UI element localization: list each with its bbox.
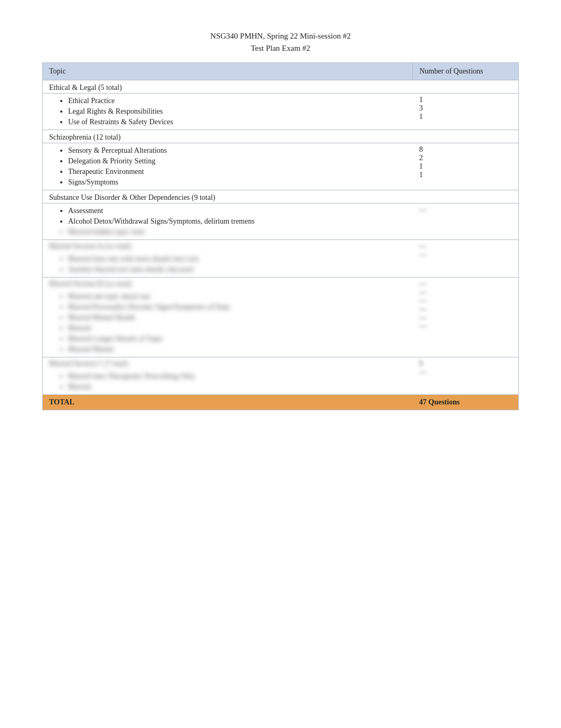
table-row: Sensory & Perceptual Alterations Delegat… — [43, 143, 519, 190]
section-schizophrenia: Schizophrenia (12 total) — [43, 130, 519, 143]
section-blurred-c: Blurred Section C (7 total) Blurred item… — [43, 357, 519, 395]
total-row: TOTAL 47 Questions — [43, 395, 519, 410]
table-row: Ethical Practice Legal Rights & Responsi… — [43, 94, 519, 130]
list-item: Blurred — [68, 323, 407, 334]
col-topic-header: Topic — [43, 63, 413, 80]
section-schizophrenia-label: Schizophrenia (12 total) — [43, 130, 519, 143]
list-item: Another blurred text item details obscur… — [68, 264, 407, 275]
list-item: Blurred Mental Health — [68, 312, 407, 323]
list-item: Blurred item one with more details here … — [68, 254, 407, 264]
blurred-b-content: Blurred Section B (xx total) Blurred sub… — [43, 278, 413, 357]
page-subtitle: Test Plan Exam #2 — [42, 44, 519, 53]
list-item: Use of Restraints & Safety Devices — [68, 117, 407, 127]
list-item: Blurred Personality Disorder Signs/Sympt… — [68, 302, 407, 312]
substance-items: Assessment Alcohol Detox/Withdrawal Sign… — [43, 204, 413, 240]
blurred-c-nums: 5 — — [413, 357, 519, 395]
blurred-c-content: Blurred Section C (7 total) Blurred item… — [43, 357, 413, 395]
table-row: Assessment Alcohol Detox/Withdrawal Sign… — [43, 204, 519, 240]
list-item: Blurred item Therapeutic Prescribing Onl… — [68, 371, 407, 382]
list-item-blurred: Blurred hidden topic item — [68, 227, 407, 237]
list-item: Sensory & Perceptual Alterations — [68, 145, 407, 156]
list-item: Assessment — [68, 206, 407, 216]
section-blurred-a: Blurred Section A (xx total) Blurred ite… — [43, 240, 519, 278]
section-substance: Substance Use Disorder & Other Dependenc… — [43, 190, 519, 204]
section-ethical-legal-label: Ethical & Legal (5 total) — [43, 80, 519, 94]
page-title: NSG340 PMHN, Spring 22 Mini-session #2 — [42, 32, 519, 41]
ethical-legal-nums: 1 3 1 — [413, 94, 519, 130]
total-label: TOTAL — [43, 395, 413, 410]
list-item: Signs/Symptoms — [68, 177, 407, 188]
section-ethical-legal: Ethical & Legal (5 total) — [43, 80, 519, 94]
section-blurred-b: Blurred Section B (xx total) Blurred sub… — [43, 278, 519, 357]
list-item: Alcohol Detox/Withdrawal Signs/Symptoms,… — [68, 216, 407, 227]
col-questions-header: Number of Questions — [413, 63, 519, 80]
total-value: 47 Questions — [413, 395, 519, 410]
blurred-a-nums: — — — [413, 240, 519, 278]
schizophrenia-nums: 8 2 1 1 — [413, 143, 519, 190]
list-item: Delegation & Priority Setting — [68, 156, 407, 167]
section-substance-label: Substance Use Disorder & Other Dependenc… — [43, 190, 519, 204]
list-item: Blurred Mental — [68, 344, 407, 355]
substance-nums: — — [413, 204, 519, 240]
list-item: Legal Rights & Responsibilities — [68, 106, 407, 117]
list-item: Therapeutic Environment — [68, 167, 407, 177]
test-plan-table: Topic Number of Questions Ethical & Lega… — [42, 62, 519, 410]
blurred-b-nums: — — — — — — — [413, 278, 519, 357]
blurred-a-content: Blurred Section A (xx total) Blurred ite… — [43, 240, 413, 278]
ethical-legal-items: Ethical Practice Legal Rights & Responsi… — [43, 94, 413, 130]
list-item: Ethical Practice — [68, 96, 407, 106]
schizophrenia-items: Sensory & Perceptual Alterations Delegat… — [43, 143, 413, 190]
list-item: Blurred sub topic detail one — [68, 291, 407, 302]
list-item: Blurred — [68, 382, 407, 392]
list-item: Blurred Longer Details of Topic — [68, 334, 407, 344]
